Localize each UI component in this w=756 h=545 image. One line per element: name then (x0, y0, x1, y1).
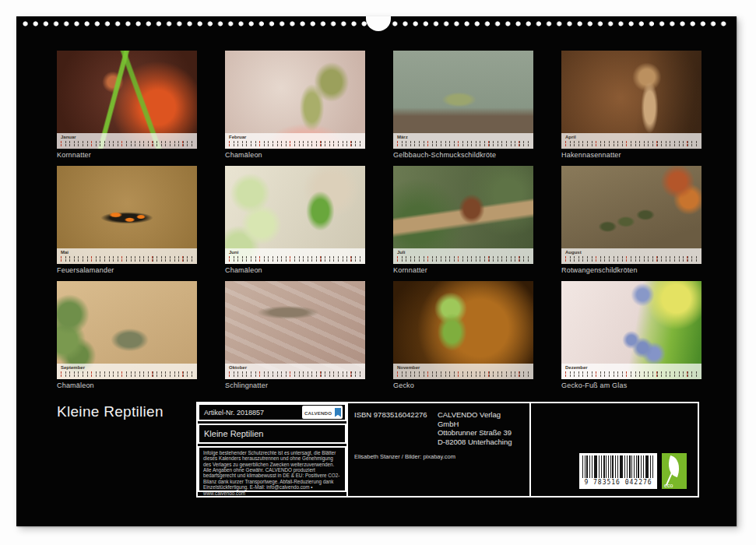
photo-slider-turtles: August (561, 166, 701, 264)
eco-label: eco (664, 483, 673, 488)
mini-calendar-month: Mai (61, 250, 193, 255)
mini-calendar-days-row (397, 141, 529, 143)
photo-chameleon-climbing: Juni (225, 166, 365, 264)
thumbnail-july: Juli Kornnatter (393, 166, 533, 276)
mini-calendar-month: Juni (229, 250, 361, 255)
publisher-street: Ottobrunner Straße 39 (438, 428, 523, 438)
thumbnail-october: Oktober Schlingnatter (225, 281, 365, 392)
photo-fire-salamander: Mai (57, 166, 197, 264)
thumbnail-december: Dezember Gecko-Fuß am Glas (561, 281, 701, 392)
thumbnail-august: August Rotwangenschildkröten (561, 166, 701, 276)
thumbnail-caption: Schlingnatter (225, 382, 365, 389)
thumbnail-caption: Gecko (393, 382, 533, 389)
mini-calendar-days-row (397, 256, 529, 258)
thumbnail-september: September Chamäleon (57, 281, 197, 392)
mini-calendar-days-row (61, 141, 193, 143)
mini-calendar-month: Juli (397, 250, 529, 255)
thumbnail-caption: Gelbbauch-Schmuckschildkröte (393, 151, 533, 159)
photo-gecko: November (393, 281, 533, 379)
thumbnail-caption: Gecko-Fuß am Glas (561, 382, 701, 389)
photo-snake-on-branch: Juli (393, 166, 533, 264)
photo-corn-snake: Januar (57, 51, 197, 149)
photo-turtle: März (393, 51, 533, 149)
mini-calendar-days-row (565, 374, 698, 377)
mini-calendar-days-row (565, 371, 698, 374)
mini-calendar-days-row (229, 141, 361, 143)
thumbnail-caption: Feuersalamander (57, 266, 197, 274)
photo-desert-chameleon: September (57, 281, 197, 379)
mini-calendar-days-row (229, 144, 361, 146)
calvendo-logo-text: CALVENDO (304, 410, 332, 416)
barcode-bars (582, 455, 654, 478)
mini-calendar-month: November (397, 365, 529, 370)
thumbnail-february: Februar Chamäleon (225, 51, 365, 161)
thumbnail-caption: Kornnatter (393, 266, 533, 274)
mini-calendar-strip: Oktober (225, 364, 365, 379)
mini-calendar-month: Januar (61, 135, 193, 139)
photo-hognose-snake: April (561, 51, 701, 149)
mini-calendar-month: Dezember (565, 365, 698, 370)
calvendo-flag-icon (335, 408, 341, 417)
page-title: Kleine Reptilien (57, 403, 164, 420)
legal-text-cell: Infolge bestehender Schutzrechte ist es … (198, 446, 346, 492)
mini-calendar-month: August (565, 250, 698, 255)
publisher-name: CALVENDO Verlag GmbH (438, 410, 523, 428)
leaf-icon (665, 455, 684, 477)
isbn-publisher-row: ISBN 9783516042276 CALVENDO Verlag GmbH … (354, 410, 523, 446)
mini-calendar-days-row (229, 374, 361, 377)
mini-calendar-days-row (61, 374, 193, 377)
mini-calendar-days-row (229, 259, 361, 262)
publisher-info-box: Artikel-Nr. 2018857 CALVENDO Kleine Rept… (196, 402, 699, 498)
photo-smooth-snake: Oktober (225, 281, 365, 379)
mini-calendar-days-row (61, 371, 193, 374)
thumbnail-caption: Kornnatter (57, 151, 197, 159)
mini-calendar-days-row (61, 144, 193, 146)
mini-calendar-days-row (61, 256, 193, 258)
mini-calendar-days-row (229, 256, 361, 258)
thumbnail-caption: Rotwangenschildkröten (561, 266, 701, 274)
thumbnail-april: April Hakennasennatter (561, 51, 701, 161)
calvendo-logo-text-wrap: CALVENDO (304, 409, 335, 417)
mini-calendar-days-row (61, 259, 193, 262)
mini-calendar-month: Oktober (229, 365, 361, 370)
thumbnail-january: Januar Kornnatter (57, 51, 197, 161)
ean-barcode: 9 783516 042276 (579, 453, 657, 489)
mini-calendar-days-row (397, 144, 529, 146)
isbn-number: ISBN 9783516042276 (354, 410, 438, 446)
mini-calendar-month: Februar (229, 135, 361, 139)
mini-calendar-days-row (397, 371, 529, 374)
mini-calendar-days-row (565, 144, 698, 146)
info-left-column: Artikel-Nr. 2018857 CALVENDO Kleine Rept… (198, 403, 346, 496)
mini-calendar-strip: Juni (225, 248, 365, 264)
photo-chameleon: Februar (225, 51, 365, 149)
info-right-column: 9 783516 042276 eco (531, 403, 698, 496)
mini-calendar-days-row (565, 259, 698, 262)
mini-calendar-strip: Juli (393, 248, 533, 264)
mini-calendar-days-row (565, 256, 698, 258)
mini-calendar-days-row (397, 259, 529, 262)
barcode-digits: 9 783516 042276 (582, 479, 654, 486)
eco-logo: eco (662, 453, 687, 489)
thumbnail-may: Mai Feuersalamander (57, 166, 197, 276)
publisher-city: D-82008 Unterhaching (438, 438, 523, 447)
mini-calendar-days-row (565, 141, 698, 143)
thumbnail-caption: Hakennasennatter (561, 151, 701, 159)
mini-calendar-strip: September (57, 364, 197, 379)
hanging-notch (366, 16, 391, 31)
thumbnail-june: Juni Chamäleon (225, 166, 365, 276)
thumbnail-caption: Chamäleon (225, 266, 365, 274)
mini-calendar-strip: Mai (57, 248, 197, 264)
publisher-address: CALVENDO Verlag GmbH Ottobrunner Straße … (438, 410, 523, 446)
month-thumbnail-grid: Januar Kornnatter Februar Chamäleon (57, 51, 701, 392)
article-number-cell: Artikel-Nr. 2018857 CALVENDO (198, 403, 346, 421)
thumbnail-march: März Gelbbauch-Schmuckschildkröte (393, 51, 533, 161)
mini-calendar-days-row (397, 374, 529, 377)
author-photo-credit: Elisabeth Stanzer / Bilder: pixabay.com (354, 453, 523, 460)
mini-calendar-month: April (565, 135, 698, 139)
mini-calendar-strip: April (561, 133, 701, 149)
mini-calendar-strip: März (393, 133, 533, 149)
photo-gecko-foot: Dezember (561, 281, 701, 379)
calendar-title-cell: Kleine Reptilien (198, 424, 346, 444)
info-middle-column: ISBN 9783516042276 CALVENDO Verlag GmbH … (346, 403, 531, 496)
mini-calendar-days-row (229, 371, 361, 374)
